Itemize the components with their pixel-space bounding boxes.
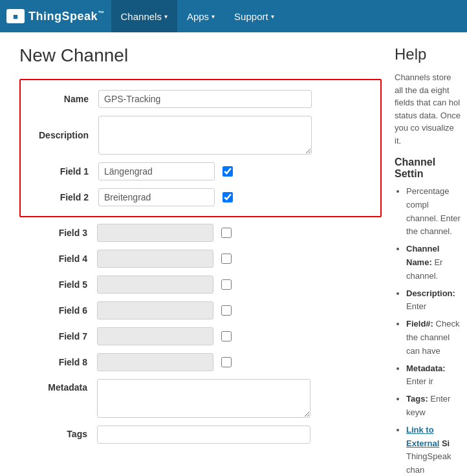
field-5-input[interactable]	[97, 276, 213, 294]
field-8-checkbox[interactable]	[221, 357, 232, 367]
field-2-checkbox[interactable]	[223, 192, 233, 202]
chevron-down-icon: ▾	[271, 13, 274, 20]
chevron-down-icon: ▾	[164, 13, 168, 20]
help-item-4: Field#: Check the channel can have	[406, 318, 461, 358]
field-7-input[interactable]	[97, 327, 213, 345]
tags-label: Tags	[32, 426, 97, 439]
name-input[interactable]	[98, 90, 312, 108]
field-5-row: Field 5	[19, 276, 382, 294]
field-1-checkbox-wrapper	[223, 166, 233, 177]
brand-name: ThingSpeak™	[28, 10, 105, 23]
field-7-label: Field 7	[32, 331, 97, 341]
field-3-checkbox[interactable]	[221, 228, 232, 238]
field-4-input[interactable]	[97, 250, 213, 268]
field-6-input[interactable]	[97, 301, 213, 319]
page-body: New Channel Name Description Field 1	[0, 32, 467, 476]
description-input[interactable]	[98, 116, 312, 155]
field-6-checkbox[interactable]	[221, 305, 232, 316]
help-item-1: Percentage compl channel. Enter the chan…	[406, 185, 461, 239]
field-2-checkbox-wrapper	[223, 192, 233, 202]
field-1-input[interactable]	[98, 162, 215, 180]
highlighted-form: Name Description Field 1 Field 2	[19, 79, 382, 217]
help-item-2: Channel Name: Er channel.	[406, 243, 461, 283]
nav-support[interactable]: Support ▾	[224, 0, 284, 32]
field-5-checkbox[interactable]	[221, 279, 232, 290]
description-row: Description	[34, 116, 367, 155]
help-intro: Channels store all the da eight fields t…	[395, 71, 461, 147]
help-item-7: Link to External Si ThingSpeak chan	[406, 424, 461, 476]
tags-row: Tags	[19, 426, 382, 444]
help-title: Help	[395, 45, 461, 63]
desc-label: Description	[34, 130, 98, 140]
field-8-label: Field 8	[32, 357, 97, 367]
help-list: Percentage compl channel. Enter the chan…	[395, 185, 461, 476]
metadata-label: Metadata	[32, 379, 97, 393]
brand[interactable]: ■ ThingSpeak™	[6, 9, 105, 23]
field-2-label: Field 2	[34, 192, 98, 202]
field-6-checkbox-wrapper	[221, 305, 232, 316]
field-6-label: Field 6	[32, 305, 97, 316]
field-7-checkbox-wrapper	[221, 331, 232, 341]
field-8-input[interactable]	[97, 353, 213, 371]
metadata-input[interactable]	[97, 379, 310, 418]
help-item-6: Tags: Enter keyw	[406, 393, 461, 420]
help-item-5: Metadata: Enter ir	[406, 362, 461, 389]
field-7-row: Field 7	[19, 327, 382, 345]
metadata-row: Metadata	[19, 379, 382, 418]
help-panel: Help Channels store all the da eight fie…	[395, 45, 461, 476]
nav-items: Channels ▾ Apps ▾ Support ▾	[111, 0, 284, 32]
chevron-down-icon: ▾	[212, 13, 215, 20]
name-row: Name	[34, 90, 367, 108]
nav-channels[interactable]: Channels ▾	[111, 0, 177, 32]
field-3-label: Field 3	[32, 228, 97, 238]
field-3-checkbox-wrapper	[221, 228, 232, 238]
name-label: Name	[34, 94, 98, 104]
main-content: New Channel Name Description Field 1	[19, 45, 382, 476]
field-4-label: Field 4	[32, 254, 97, 264]
help-item-3: Description: Enter	[406, 287, 461, 314]
field-4-row: Field 4	[19, 250, 382, 268]
field-5-checkbox-wrapper	[221, 279, 232, 290]
field-7-checkbox[interactable]	[221, 331, 232, 341]
field-3-input[interactable]	[97, 224, 213, 242]
field-8-checkbox-wrapper	[221, 357, 232, 367]
field-8-row: Field 8	[19, 353, 382, 371]
field-2-row: Field 2	[34, 188, 367, 206]
field-1-row: Field 1	[34, 162, 367, 180]
tags-input[interactable]	[97, 426, 310, 444]
field-1-label: Field 1	[34, 166, 98, 177]
field-2-input[interactable]	[98, 188, 215, 206]
field-5-label: Field 5	[32, 279, 97, 290]
navbar: ■ ThingSpeak™ Channels ▾ Apps ▾ Support …	[0, 0, 467, 32]
field-4-checkbox-wrapper	[221, 254, 232, 264]
field-3-row: Field 3	[19, 224, 382, 242]
link-external[interactable]: Link to External	[406, 425, 439, 448]
field-4-checkbox[interactable]	[221, 254, 232, 264]
help-settings-title: Channel Settin	[395, 157, 461, 180]
brand-icon: ■	[6, 9, 25, 23]
field-6-row: Field 6	[19, 301, 382, 319]
page-title: New Channel	[19, 45, 382, 66]
field-1-checkbox[interactable]	[223, 166, 233, 177]
nav-apps[interactable]: Apps ▾	[177, 0, 224, 32]
